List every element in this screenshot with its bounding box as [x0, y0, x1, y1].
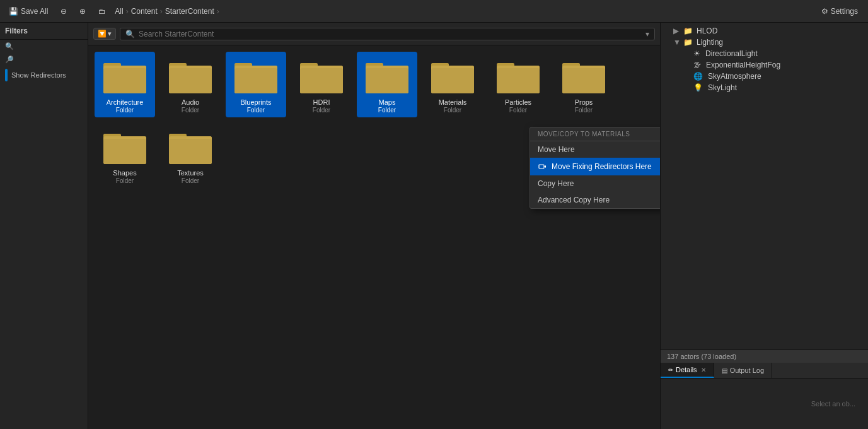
tree-item-skyatmosphere[interactable]: 🌐SkyAtmosphere	[661, 71, 868, 82]
context-menu-advanced-copy[interactable]: Advanced Copy Here	[530, 192, 660, 208]
tree-item-label: HLOD	[697, 26, 717, 35]
context-menu-copy-here[interactable]: Copy Here	[530, 175, 660, 192]
sep-1: ›	[126, 7, 129, 16]
forward-icon: ⊕	[79, 7, 86, 16]
settings-icon: ⚙	[821, 7, 828, 16]
tree-item-icon: ☀	[693, 49, 700, 58]
breadcrumb: All › Content › StarterContent ›	[115, 7, 811, 16]
folder-icon: 🗀	[98, 7, 106, 16]
move-fixing-label: Move Fixing Redirectors Here	[552, 162, 652, 171]
sidebar-show-redirectors[interactable]: Show Redirectors	[0, 66, 88, 84]
tab-close-button[interactable]: ✕	[701, 367, 706, 373]
tree-item-hlod[interactable]: ▶ 📁HLOD	[661, 25, 868, 37]
nav-back-button[interactable]: ⊖	[57, 6, 71, 17]
magnifier-icon: 🔍	[5, 42, 14, 50]
breadcrumb-content[interactable]: Content	[131, 7, 158, 16]
tree-item-lighting[interactable]: ▼ 📁Lighting	[661, 37, 868, 48]
tree-item-label: ExponentialHeightFog	[706, 61, 780, 69]
tab-label: Output Log	[730, 367, 764, 374]
sidebar-search-2[interactable]: 🔎	[0, 53, 88, 66]
move-here-label: Move Here	[538, 145, 575, 154]
tree-item-icon: 💡	[693, 83, 703, 92]
search2-icon: 🔎	[5, 56, 14, 64]
panel-content: Select an ob...	[661, 379, 868, 429]
tree-item-icon: 🌐	[693, 72, 703, 81]
tree-item-icon: 🌫	[693, 61, 701, 69]
breadcrumb-all[interactable]: All	[115, 7, 123, 16]
breadcrumb-startercontent[interactable]: StarterContent	[165, 7, 214, 16]
context-menu-move-fixing[interactable]: Move Fixing Redirectors Here	[530, 158, 660, 175]
collapse-icon: ▼	[673, 38, 681, 47]
panel-tab-output-log[interactable]: ▤ Output Log	[714, 363, 772, 378]
bottom-right: 137 actors (73 loaded) ✏ Details✕▤ Outpu…	[661, 350, 868, 429]
folder-tree-icon: 📁	[683, 26, 693, 35]
redirect-icon	[538, 162, 548, 172]
main-layout: Filters 🔍 🔎 Show Redirectors 🔽 ▾ 🔍 ▾	[0, 23, 868, 429]
expand-icon: ▶	[673, 26, 681, 35]
tab-label: Details	[676, 366, 697, 373]
context-menu-header: MOVE/COPY TO MATERIALS	[530, 127, 660, 141]
sidebar-search-1[interactable]: 🔍	[0, 40, 88, 53]
panel-tabs: ✏ Details✕▤ Output Log	[661, 363, 868, 379]
tree-item-label: SkyAtmosphere	[708, 72, 761, 81]
copy-here-label: Copy Here	[538, 179, 574, 188]
pencil-icon: ✏	[668, 367, 673, 373]
tree-item-directionallight[interactable]: ☀DirectionalLight	[661, 48, 868, 59]
panel-tab-details[interactable]: ✏ Details✕	[661, 363, 714, 378]
context-menu-move-here[interactable]: Move Here	[530, 141, 660, 158]
actor-count: 137 actors (73 loaded)	[667, 353, 736, 360]
tree-item-exponentialheightfog[interactable]: 🌫ExponentialHeightFog	[661, 59, 868, 71]
save-icon: 💾	[9, 7, 18, 16]
tree-item-label: Lighting	[697, 38, 723, 47]
log-icon: ▤	[722, 367, 727, 374]
nav-forward-button[interactable]: ⊕	[76, 6, 90, 17]
tree-item-label: DirectionalLight	[705, 49, 758, 58]
sep-2: ›	[160, 7, 163, 16]
svg-rect-50	[539, 165, 544, 168]
folder-tree-icon: 📁	[683, 38, 693, 47]
sidebar-header: Filters	[0, 23, 88, 40]
tree-panel: ▶ 📁HLOD▼ 📁Lighting ☀DirectionalLight 🌫Ex…	[661, 23, 868, 350]
tree-item-skylight[interactable]: 💡SkyLight	[661, 82, 868, 93]
panel-placeholder: Select an ob...	[811, 400, 855, 408]
settings-button[interactable]: ⚙ Settings	[816, 6, 863, 17]
right-panel: ▶ 📁HLOD▼ 📁Lighting ☀DirectionalLight 🌫Ex…	[660, 23, 868, 429]
top-toolbar: 💾 Save All ⊖ ⊕ 🗀 All › Content › Starter…	[0, 0, 868, 23]
actor-count-bar: 137 actors (73 loaded)	[661, 350, 868, 363]
nav-up-button[interactable]: 🗀	[95, 6, 110, 17]
blue-indicator	[5, 69, 8, 81]
tree-item-label: SkyLight	[708, 83, 737, 92]
settings-label: Settings	[831, 7, 858, 16]
left-sidebar: Filters 🔍 🔎 Show Redirectors	[0, 23, 88, 429]
sep-3: ›	[217, 7, 219, 16]
redirectors-label: Show Redirectors	[11, 71, 66, 79]
save-all-button[interactable]: 💾 Save All	[5, 6, 52, 17]
save-all-label: Save All	[21, 7, 48, 16]
advanced-copy-label: Advanced Copy Here	[538, 196, 610, 204]
context-menu-overlay: MOVE/COPY TO MATERIALS Move Here Move Fi…	[88, 23, 660, 429]
content-area: 🔽 ▾ 🔍 ▾ Architecture Folder	[88, 23, 660, 429]
context-menu: MOVE/COPY TO MATERIALS Move Here Move Fi…	[529, 127, 660, 209]
back-icon: ⊖	[61, 7, 67, 16]
